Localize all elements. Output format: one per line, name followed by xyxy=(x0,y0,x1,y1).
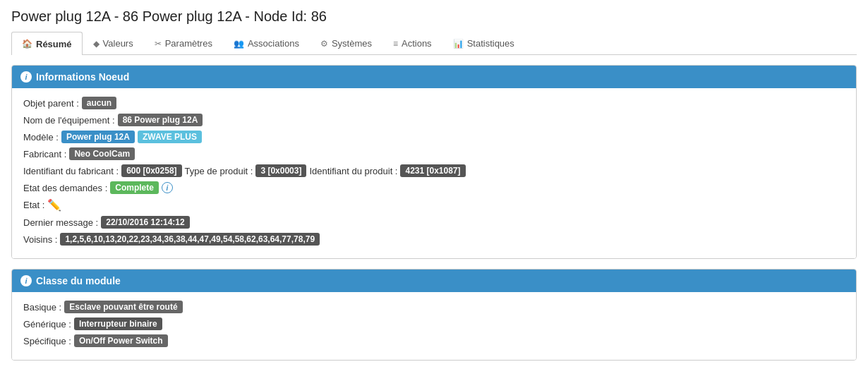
voisins-value: 1,2,5,6,10,13,20,22,23,34,36,38,44,47,49… xyxy=(60,233,320,246)
card-classe-module: i Classe du module Basique : Esclave pou… xyxy=(11,269,857,361)
resume-icon: 🏠 xyxy=(22,39,32,49)
voisins-label: Voisins : xyxy=(23,234,57,245)
card-info-noeud-title: Informations Noeud xyxy=(36,71,129,83)
nom-equipement-row: Nom de l'équipement : 86 Power plug 12A xyxy=(23,114,845,126)
tab-associations-label: Associations xyxy=(248,38,299,49)
page-title: Power plug 12A - 86 Power plug 12A - Nod… xyxy=(11,8,857,25)
statistiques-icon: 📊 xyxy=(453,39,464,49)
tab-statistiques[interactable]: 📊 Statistiques xyxy=(442,32,525,54)
tab-actions[interactable]: ≡ Actions xyxy=(382,32,442,54)
generique-row: Générique : Interrupteur binaire xyxy=(23,318,845,330)
dernier-message-value: 22/10/2016 12:14:12 xyxy=(101,216,189,229)
valeurs-icon: ◆ xyxy=(93,39,100,49)
info-noeud-icon: i xyxy=(20,71,32,83)
tab-valeurs[interactable]: ◆ Valeurs xyxy=(83,32,144,54)
associations-icon: 👥 xyxy=(234,39,244,49)
modele-label: Modèle : xyxy=(23,132,59,143)
identifiant-produit-label: Identifiant du produit : xyxy=(309,166,397,176)
tab-systemes[interactable]: ⚙ Systèmes xyxy=(310,32,382,54)
parametres-icon: ✂ xyxy=(155,39,162,49)
tab-parametres-label: Paramètres xyxy=(165,38,212,49)
basique-label: Basique : xyxy=(23,302,61,313)
specifique-label: Spécifique : xyxy=(23,336,71,346)
identifiant-fabricant-label: Identifiant du fabricant : xyxy=(23,166,119,176)
basique-row: Basique : Esclave pouvant être routé xyxy=(23,301,845,313)
type-produit-value: 3 [0x0003] xyxy=(255,164,306,177)
etat-demandes-label: Etat des demandes : xyxy=(23,183,107,193)
voisins-row: Voisins : 1,2,5,6,10,13,20,22,23,34,36,3… xyxy=(23,233,845,246)
specifique-value: On/Off Power Switch xyxy=(74,334,168,347)
etat-demandes-info-icon[interactable]: i xyxy=(162,182,173,193)
modele-value2: ZWAVE PLUS xyxy=(138,131,202,143)
etat-demandes-row: Etat des demandes : Complete i xyxy=(23,181,845,194)
tab-resume[interactable]: 🏠 Résumé xyxy=(11,32,83,55)
generique-value: Interrupteur binaire xyxy=(74,318,162,330)
card-classe-module-header: i Classe du module xyxy=(12,270,856,292)
fabricant-row: Fabricant : Neo CoolCam xyxy=(23,147,845,160)
identifiant-row: Identifiant du fabricant : 600 [0x0258] … xyxy=(23,164,845,177)
etat-row: Etat : ✏️ xyxy=(23,198,845,212)
type-produit-label: Type de produit : xyxy=(185,166,253,176)
objet-parent-value: aucun xyxy=(82,97,116,109)
dernier-message-label: Dernier message : xyxy=(23,217,98,228)
nom-equipement-label: Nom de l'équipement : xyxy=(23,115,115,126)
actions-icon: ≡ xyxy=(393,39,398,49)
nom-equipement-value: 86 Power plug 12A xyxy=(118,114,203,126)
tab-valeurs-label: Valeurs xyxy=(103,38,133,49)
systemes-icon: ⚙ xyxy=(320,39,328,49)
etat-demandes-value: Complete xyxy=(110,181,159,194)
tab-parametres[interactable]: ✂ Paramètres xyxy=(144,32,223,54)
card-info-noeud-body: Objet parent : aucun Nom de l'équipement… xyxy=(12,88,856,258)
card-info-noeud-header: i Informations Noeud xyxy=(12,66,856,88)
tab-associations[interactable]: 👥 Associations xyxy=(223,32,310,54)
card-classe-module-title: Classe du module xyxy=(36,275,121,286)
tab-actions-label: Actions xyxy=(402,38,432,49)
objet-parent-row: Objet parent : aucun xyxy=(23,97,845,109)
fabricant-label: Fabricant : xyxy=(23,149,66,159)
tab-bar: 🏠 Résumé ◆ Valeurs ✂ Paramètres 👥 Associ… xyxy=(11,32,857,55)
fabricant-value: Neo CoolCam xyxy=(69,147,135,160)
etat-status-icon: ✏️ xyxy=(47,198,61,212)
tab-resume-label: Résumé xyxy=(36,39,72,49)
tab-systemes-label: Systèmes xyxy=(332,38,372,49)
basique-value: Esclave pouvant être routé xyxy=(64,301,182,313)
dernier-message-row: Dernier message : 22/10/2016 12:14:12 xyxy=(23,216,845,229)
card-info-noeud: i Informations Noeud Objet parent : aucu… xyxy=(11,65,857,259)
objet-parent-label: Objet parent : xyxy=(23,98,79,109)
specifique-row: Spécifique : On/Off Power Switch xyxy=(23,334,845,347)
modele-row: Modèle : Power plug 12A ZWAVE PLUS xyxy=(23,131,845,143)
etat-label: Etat : xyxy=(23,200,44,210)
card-classe-module-body: Basique : Esclave pouvant être routé Gén… xyxy=(12,292,856,360)
generique-label: Générique : xyxy=(23,319,71,329)
identifiant-produit-value: 4231 [0x1087] xyxy=(400,164,465,177)
modele-value1: Power plug 12A xyxy=(61,131,135,143)
identifiant-fabricant-value: 600 [0x0258] xyxy=(121,164,181,177)
classe-module-icon: i xyxy=(20,275,32,286)
tab-statistiques-label: Statistiques xyxy=(467,38,514,49)
